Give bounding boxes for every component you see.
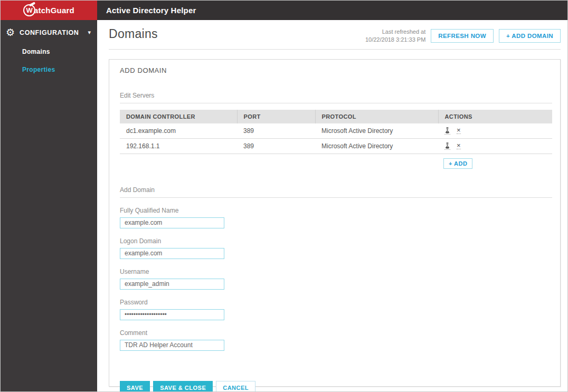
- app-window: W atchGuard Active Directory Helper ⚙ CO…: [0, 0, 568, 392]
- table-row: 192.168.1.1 389 Microsoft Active Directo…: [120, 138, 552, 154]
- watchguard-logo: W atchGuard: [23, 4, 74, 16]
- edit-servers-label: Edit Servers: [120, 92, 552, 103]
- title-divider: [109, 49, 561, 50]
- field-username: Username: [120, 268, 552, 290]
- field-fully-qualified-name: Fully Qualified Name: [120, 207, 552, 228]
- delete-icon[interactable]: ×: [457, 128, 461, 134]
- field-password: Password: [120, 299, 552, 320]
- field-label: Username: [120, 268, 552, 275]
- add-domain-card: ADD DOMAIN Edit Servers DOMAIN CONTROLLE…: [109, 59, 561, 387]
- field-label: Fully Qualified Name: [120, 207, 552, 214]
- cancel-button[interactable]: CANCEL: [216, 381, 255, 391]
- test-connection-icon[interactable]: [444, 127, 450, 135]
- cell-domain-controller: 192.168.1.1: [120, 138, 237, 154]
- logo-text: atchGuard: [34, 6, 74, 15]
- comment-input[interactable]: [120, 340, 224, 351]
- logo-w: W: [26, 6, 32, 14]
- header-actions: Last refreshed at 10/22/2018 3:21:33 PM …: [365, 28, 561, 44]
- field-logon-domain: Logon Domain: [120, 237, 552, 259]
- card-title: ADD DOMAIN: [120, 66, 552, 74]
- logon-domain-input[interactable]: [120, 248, 224, 259]
- sidebar-item-domains[interactable]: Domains: [1, 48, 97, 55]
- cell-domain-controller: dc1.example.com: [120, 123, 237, 139]
- column-protocol: PROTOCOL: [315, 110, 438, 123]
- main-content: Domains Last refreshed at 10/22/2018 3:2…: [97, 20, 567, 391]
- sidebar-section-label: CONFIGURATION: [20, 29, 88, 36]
- table-row: dc1.example.com 389 Microsoft Active Dir…: [120, 123, 552, 139]
- column-domain-controller: DOMAIN CONTROLLER: [120, 110, 237, 123]
- field-label: Logon Domain: [120, 237, 552, 245]
- field-label: Comment: [120, 329, 552, 337]
- delete-icon[interactable]: ×: [457, 143, 461, 149]
- last-refreshed: Last refreshed at 10/22/2018 3:21:33 PM: [365, 28, 425, 44]
- field-comment: Comment: [120, 329, 552, 351]
- add-server-button[interactable]: + ADD: [443, 158, 472, 169]
- servers-table: DOMAIN CONTROLLER PORT PROTOCOL ACTIONS …: [120, 110, 552, 154]
- app-title: Active Directory Helper: [97, 1, 196, 20]
- sidebar-section-configuration[interactable]: ⚙ CONFIGURATION ▾: [1, 20, 97, 37]
- save-and-close-button[interactable]: SAVE & CLOSE: [153, 381, 213, 391]
- top-bar: W atchGuard Active Directory Helper: [1, 1, 567, 20]
- logo-w-circle: W: [23, 4, 35, 16]
- cell-protocol: Microsoft Active Directory: [315, 123, 438, 139]
- cell-protocol: Microsoft Active Directory: [315, 138, 438, 154]
- column-actions: ACTIONS: [438, 110, 552, 123]
- gear-icon: ⚙: [6, 27, 15, 37]
- page-title: Domains: [109, 27, 158, 41]
- card-buttons: SAVE SAVE & CLOSE CANCEL: [120, 381, 552, 391]
- fully-qualified-name-input[interactable]: [120, 217, 224, 228]
- password-input[interactable]: [120, 309, 224, 320]
- sidebar: ⚙ CONFIGURATION ▾ Domains Properties: [1, 20, 97, 391]
- logo-block: W atchGuard: [1, 1, 97, 20]
- cell-port: 389: [237, 123, 315, 139]
- last-refreshed-label: Last refreshed at: [365, 28, 425, 36]
- row-actions: ×: [444, 127, 552, 135]
- cell-port: 389: [237, 138, 315, 154]
- sidebar-item-properties[interactable]: Properties: [1, 66, 97, 73]
- add-domain-label: Add Domain: [120, 186, 552, 198]
- chevron-down-icon: ▾: [88, 29, 91, 36]
- table-header-row: DOMAIN CONTROLLER PORT PROTOCOL ACTIONS: [120, 110, 552, 123]
- last-refreshed-value: 10/22/2018 3:21:33 PM: [365, 36, 425, 44]
- column-port: PORT: [237, 110, 315, 123]
- add-domain-header-button[interactable]: + ADD DOMAIN: [499, 29, 561, 43]
- save-button[interactable]: SAVE: [120, 381, 150, 391]
- add-server-row: + ADD: [120, 158, 552, 169]
- username-input[interactable]: [120, 279, 224, 290]
- row-actions: ×: [444, 142, 552, 150]
- refresh-now-button[interactable]: REFRESH NOW: [431, 29, 494, 43]
- page-header: Domains Last refreshed at 10/22/2018 3:2…: [97, 20, 567, 44]
- field-label: Password: [120, 299, 552, 306]
- test-connection-icon[interactable]: [444, 142, 450, 150]
